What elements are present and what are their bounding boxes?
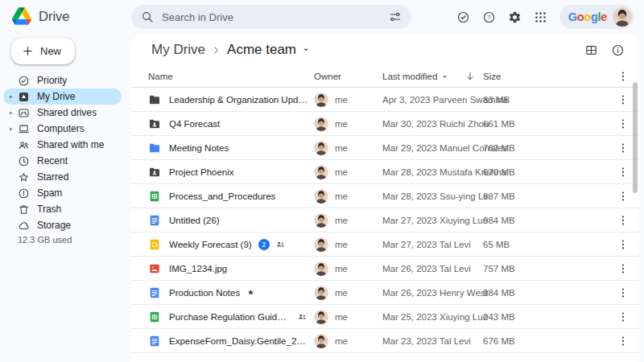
drive-brand[interactable]: Drive xyxy=(12,7,70,25)
apps-grid-button[interactable] xyxy=(530,6,551,27)
file-row[interactable]: ExpenseForm_Daisy.Gentile_2018meMar 23, … xyxy=(131,329,639,353)
file-row[interactable]: Project PhoenixmeMar 28, 2023 Mustafa Kr… xyxy=(131,160,639,184)
file-row[interactable]: Untitled (26)meMar 27, 2023 Xiuying Luo9… xyxy=(131,208,639,232)
nav-indent xyxy=(8,190,18,196)
sort-direction-icon[interactable] xyxy=(464,71,476,82)
apps-grid-icon xyxy=(534,10,547,24)
row-more-icon[interactable] xyxy=(617,93,630,106)
row-more-icon[interactable] xyxy=(617,190,630,203)
file-name: Purchase Regulation Guidelines xyxy=(169,312,291,322)
row-more-icon[interactable] xyxy=(617,311,630,323)
row-more-icon[interactable] xyxy=(617,262,630,275)
file-list: Leadership & Organization UpdatesmeApr 3… xyxy=(131,88,639,353)
file-row[interactable]: Purchase Regulation GuidelinesmeMar 25, … xyxy=(131,305,639,329)
row-more-icon[interactable] xyxy=(617,142,630,154)
sidebar-item-recent[interactable]: Recent xyxy=(3,153,122,169)
sidebar-item-starred[interactable]: Starred xyxy=(3,169,122,185)
avatar[interactable] xyxy=(613,7,632,27)
column-header-owner: Owner xyxy=(314,72,382,81)
scrollbar-thumb[interactable] xyxy=(633,82,638,193)
sidebar-nav: PriorityMy DriveShared drivesComputersSh… xyxy=(3,72,122,233)
help-button[interactable]: ? xyxy=(479,6,500,27)
file-name: Production Notes xyxy=(169,288,240,298)
file-size-cell: 984 MB xyxy=(483,216,605,225)
file-name: Q4 Forecast xyxy=(169,119,220,129)
file-row[interactable]: Weekly Forecast (9)2meMar 27, 2023 Tal L… xyxy=(131,232,639,257)
sidebar-item-my-drive[interactable]: My Drive xyxy=(3,88,122,105)
row-more-icon[interactable] xyxy=(617,214,630,227)
cloud-icon xyxy=(18,220,30,232)
last-modified-cell: Apr 3, 2023 Parveen Swamina xyxy=(382,95,483,105)
file-row[interactable]: IMG_1234.jpgmeMar 26, 2023 Tal Levi757 M… xyxy=(131,257,639,281)
breadcrumb-root[interactable]: My Drive xyxy=(148,40,208,60)
search-input[interactable] xyxy=(162,11,381,23)
info-icon[interactable] xyxy=(611,43,625,57)
sidebar: New PriorityMy DriveShared drivesCompute… xyxy=(0,34,131,362)
folder-dark-shared-icon xyxy=(148,166,161,179)
sidebar-item-label: Priority xyxy=(37,75,67,86)
search-options-icon[interactable] xyxy=(389,10,402,23)
sidebar-item-label: Spam xyxy=(37,187,62,199)
offline-status-button[interactable] xyxy=(453,6,474,27)
sidebar-item-computers[interactable]: Computers xyxy=(3,121,122,137)
file-name: Meeting Notes xyxy=(169,143,229,153)
sidebar-item-label: My Drive xyxy=(37,91,75,102)
sidebar-item-priority[interactable]: Priority xyxy=(3,72,122,88)
file-size-cell: 65 MB xyxy=(483,240,605,249)
offline-status-icon xyxy=(456,10,470,24)
row-more-icon[interactable] xyxy=(617,238,630,251)
settings-button[interactable] xyxy=(505,6,526,27)
breadcrumb-current[interactable]: Acme team xyxy=(224,40,313,60)
sidebar-item-storage[interactable]: Storage xyxy=(3,217,122,233)
nav-indent xyxy=(8,206,18,212)
header-more-icon[interactable] xyxy=(617,70,630,83)
main-panel: My Drive Acme team Name Owner Last modif… xyxy=(131,34,639,362)
file-name-cell: Meeting Notes xyxy=(148,142,314,154)
file-name: Process_and_Procedures xyxy=(169,191,275,201)
column-header-size[interactable]: Size xyxy=(483,72,605,81)
sidebar-item-label: Shared with me xyxy=(37,139,104,150)
file-name-cell: ExpenseForm_Daisy.Gentile_2018 xyxy=(148,335,314,348)
owner-label: me xyxy=(335,167,348,177)
column-header-modified[interactable]: Last modified xyxy=(382,71,483,82)
file-row[interactable]: Meeting NotesmeMar 29, 2023 Manuel Corra… xyxy=(131,136,639,160)
column-header-name[interactable]: Name xyxy=(148,72,314,81)
owner-cell: me xyxy=(314,213,382,228)
owner-cell: me xyxy=(314,286,382,300)
last-modified-cell: Mar 27, 2023 Tal Levi xyxy=(382,240,483,249)
row-more-icon[interactable] xyxy=(617,166,630,179)
file-name-cell: Q4 Forecast xyxy=(148,117,314,130)
owner-label: me xyxy=(335,336,348,346)
file-name: ExpenseForm_Daisy.Gentile_2018 xyxy=(169,336,308,346)
account-pill[interactable]: Google xyxy=(559,5,634,29)
expand-arrow-icon[interactable] xyxy=(8,125,18,132)
row-more-icon[interactable] xyxy=(617,335,630,348)
row-more-icon[interactable] xyxy=(617,117,630,130)
owner-avatar xyxy=(314,310,328,324)
expand-arrow-icon[interactable] xyxy=(8,93,18,100)
last-modified-cell: Mar 30, 2023 Ruichi Zhou xyxy=(382,119,483,129)
sidebar-item-shared-drives[interactable]: Shared drives xyxy=(3,105,122,121)
starred-icon xyxy=(246,288,255,297)
file-row[interactable]: Leadership & Organization UpdatesmeApr 3… xyxy=(131,88,639,112)
sidebar-item-shared-with-me[interactable]: Shared with me xyxy=(3,137,122,153)
file-row[interactable]: Production NotesmeMar 26, 2023 Henry Wes… xyxy=(131,281,639,305)
file-row[interactable]: Q4 ForecastmeMar 30, 2023 Ruichi Zhou661… xyxy=(131,112,639,136)
sidebar-item-trash[interactable]: Trash xyxy=(3,201,122,217)
owner-label: me xyxy=(335,312,348,322)
file-size-cell: 757 MB xyxy=(483,264,605,274)
row-more-icon[interactable] xyxy=(617,286,630,299)
file-row[interactable]: Process_and_ProceduresmeMar 28, 2023 Ssu… xyxy=(131,184,639,208)
sidebar-item-spam[interactable]: Spam xyxy=(3,185,122,201)
priority-icon xyxy=(18,75,30,87)
new-button[interactable]: New xyxy=(11,38,75,64)
search-bar[interactable] xyxy=(131,5,411,29)
shared-people-icon xyxy=(275,239,286,249)
sidebar-item-label: Storage xyxy=(37,220,71,231)
grid-view-icon[interactable] xyxy=(584,43,598,57)
owner-avatar xyxy=(314,334,328,348)
topbar-actions: ? Google xyxy=(453,5,634,29)
owner-cell: me xyxy=(314,237,382,252)
expand-arrow-icon[interactable] xyxy=(8,109,18,116)
sidebar-item-label: Shared drives xyxy=(37,107,97,118)
